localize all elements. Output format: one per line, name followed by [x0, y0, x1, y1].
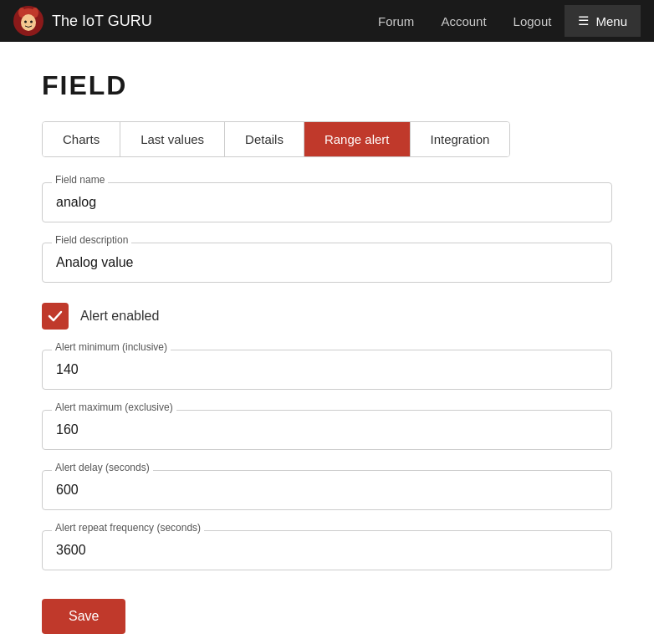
alert-delay-label: Alert delay (seconds) [52, 462, 153, 473]
alert-minimum-label: Alert minimum (inclusive) [52, 341, 171, 353]
alert-repeat-frequency-group: Alert repeat frequency (seconds) [42, 530, 612, 570]
alert-enabled-checkbox[interactable] [42, 303, 69, 330]
navbar-link-logout[interactable]: Logout [500, 3, 565, 40]
alert-minimum-group: Alert minimum (inclusive) [42, 350, 612, 390]
field-name-label: Field name [52, 174, 108, 186]
navbar-links: Forum Account Logout ☰ Menu [365, 3, 641, 40]
alert-repeat-frequency-label: Alert repeat frequency (seconds) [52, 522, 204, 534]
alert-delay-input[interactable] [42, 470, 612, 510]
alert-delay-group: Alert delay (seconds) [42, 470, 612, 510]
field-description-input[interactable] [42, 243, 612, 283]
alert-maximum-group: Alert maximum (exclusive) [42, 410, 612, 450]
alert-enabled-group: Alert enabled [42, 303, 612, 330]
svg-point-5 [24, 21, 27, 23]
page-title: FIELD [42, 70, 612, 101]
navbar-brand-title: The IoT GURU [52, 13, 152, 30]
save-button[interactable]: Save [42, 599, 125, 634]
field-description-label: Field description [52, 234, 131, 246]
logo-icon [13, 6, 43, 36]
navbar-link-forum[interactable]: Forum [365, 3, 427, 40]
tab-details[interactable]: Details [225, 122, 304, 156]
alert-maximum-label: Alert maximum (exclusive) [52, 401, 176, 413]
navbar-menu-button[interactable]: ☰ Menu [565, 5, 641, 37]
alert-maximum-input[interactable] [42, 410, 612, 450]
alert-repeat-frequency-input[interactable] [42, 530, 612, 570]
tab-charts[interactable]: Charts [43, 122, 120, 156]
menu-icon: ☰ [578, 13, 589, 28]
alert-minimum-input[interactable] [42, 350, 612, 390]
field-name-group: Field name [42, 182, 612, 222]
check-icon [48, 309, 63, 324]
tab-range-alert[interactable]: Range alert [304, 122, 411, 156]
svg-point-6 [30, 21, 33, 23]
navbar-link-account[interactable]: Account [427, 3, 499, 40]
navbar: The IoT GURU Forum Account Logout ☰ Menu [0, 0, 654, 42]
tab-integration[interactable]: Integration [411, 122, 510, 156]
field-name-input[interactable] [42, 182, 612, 222]
alert-enabled-label: Alert enabled [80, 309, 159, 324]
svg-point-4 [21, 14, 36, 31]
field-description-group: Field description [42, 243, 612, 283]
tab-last-values[interactable]: Last values [120, 122, 225, 156]
tabs-container: Charts Last values Details Range alert I… [42, 121, 510, 157]
page-content: FIELD Charts Last values Details Range a… [0, 42, 654, 644]
menu-label: Menu [595, 14, 627, 28]
navbar-brand[interactable]: The IoT GURU [13, 6, 152, 36]
